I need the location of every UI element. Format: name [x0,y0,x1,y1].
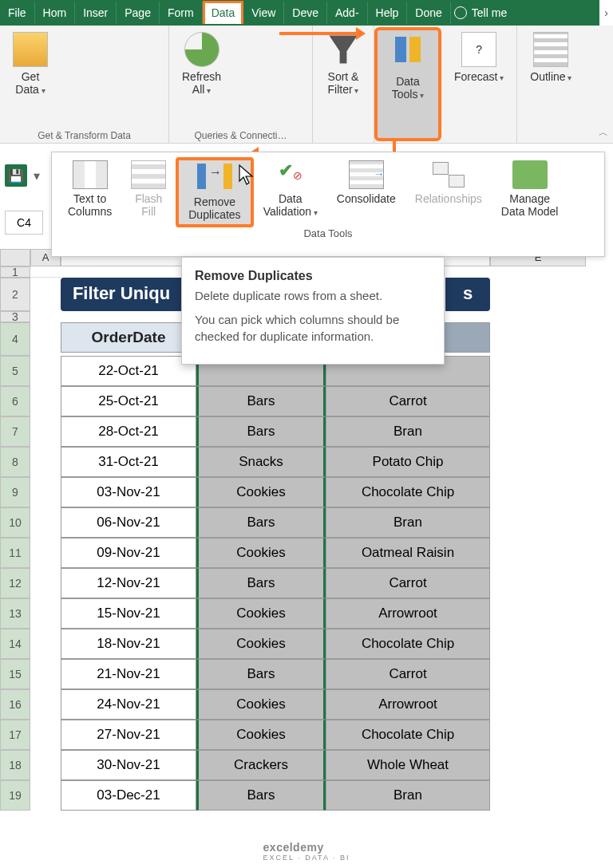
cell-product[interactable]: Bran [326,780,490,811]
cell[interactable] [30,629,61,659]
cell-product[interactable]: Chocolate Chip [326,477,490,507]
cell-category[interactable]: Cookies [196,538,326,568]
cell[interactable] [30,750,61,780]
tabs-overflow-icon[interactable]: › [599,0,613,26]
cell-category[interactable]: Cookies [196,598,326,629]
from-text-icon[interactable] [61,32,78,49]
remove-duplicates-button[interactable]: → Remove Duplicates [176,157,253,227]
cell-category[interactable]: Cookies [196,477,326,507]
cell-product[interactable]: Bran [326,416,490,447]
row-header[interactable]: 6 [0,386,30,416]
row-header[interactable]: 13 [0,598,30,629]
tab-page[interactable]: Page [117,2,160,24]
tab-help[interactable]: Help [368,2,408,24]
text-to-columns-button[interactable]: Text to Columns [58,157,121,227]
select-all-corner[interactable] [0,249,30,266]
cell[interactable] [30,447,61,477]
cell[interactable] [30,416,61,447]
row-header[interactable]: 2 [0,278,30,311]
cell-category[interactable]: Cookies [196,720,326,750]
cell-product[interactable]: Carrot [326,568,490,598]
row-header[interactable]: 9 [0,477,30,507]
cell-category[interactable]: Cookies [196,629,326,659]
cell-category[interactable]: Snacks [196,447,326,477]
refresh-all-button[interactable]: Refresh All [174,29,229,99]
table-header[interactable]: OrderDate [61,322,196,353]
properties-icon[interactable] [229,51,247,69]
cell[interactable] [30,689,61,720]
tab-view[interactable]: View [243,2,284,24]
row-header[interactable]: 5 [0,356,30,386]
cell[interactable] [30,507,61,538]
outline-button[interactable]: Outline [522,29,579,86]
tab-home[interactable]: Hom [35,2,76,24]
row-header[interactable]: 14 [0,629,30,659]
collapse-ribbon-icon[interactable]: ︿ [599,126,608,140]
row-header[interactable]: 16 [0,689,30,720]
queries-icon[interactable] [229,32,247,49]
cell[interactable] [30,568,61,598]
cell-orderdate[interactable]: 12-Nov-21 [61,568,196,598]
row-header[interactable]: 4 [0,322,30,356]
cell-orderdate[interactable]: 31-Oct-21 [61,447,196,477]
row-header[interactable]: 3 [0,311,30,322]
qat-more-icon[interactable]: ▾ [34,168,40,183]
forecast-button[interactable]: ? Forecast [446,29,512,86]
cell[interactable] [30,780,61,811]
cell[interactable] [30,659,61,689]
cell-category[interactable]: Bars [196,507,326,538]
cell[interactable] [30,356,61,386]
consolidate-button[interactable]: Consolidate [327,157,405,227]
cell-orderdate[interactable]: 03-Nov-21 [61,477,196,507]
row-header[interactable]: 11 [0,538,30,568]
cell-product[interactable]: Oatmeal Raisin [326,538,490,568]
cell[interactable] [30,477,61,507]
cell-product[interactable]: Whole Wheat [326,750,490,780]
cell[interactable] [30,386,61,416]
tab-insert[interactable]: Inser [75,2,117,24]
cell-orderdate[interactable]: 24-Nov-21 [61,689,196,720]
tab-addins[interactable]: Add- [327,2,368,24]
cell-orderdate[interactable]: 28-Oct-21 [61,416,196,447]
cell-orderdate[interactable]: 06-Nov-21 [61,507,196,538]
cell[interactable] [30,322,61,356]
cell-category[interactable]: Bars [196,416,326,447]
row-header[interactable]: 8 [0,447,30,477]
cell[interactable] [30,278,61,311]
cell-orderdate[interactable]: 27-Nov-21 [61,720,196,750]
cell-orderdate[interactable]: 03-Dec-21 [61,780,196,811]
row-header[interactable]: 7 [0,416,30,447]
data-tools-button[interactable]: Data Tools [382,34,433,104]
tab-done[interactable]: Done [407,2,450,24]
tab-developer[interactable]: Deve [284,2,327,24]
cell-category[interactable]: Bars [196,659,326,689]
cell-category[interactable]: Bars [196,568,326,598]
row-header[interactable]: 12 [0,568,30,598]
row-header[interactable]: 15 [0,659,30,689]
cell[interactable] [30,266,61,278]
manage-data-model-button[interactable]: Manage Data Model [492,157,568,227]
tab-formulas[interactable]: Form [160,2,203,24]
cell[interactable] [30,311,61,322]
cell-category[interactable]: Bars [196,780,326,811]
edit-links-icon[interactable] [229,70,247,88]
existing-conn-icon[interactable] [83,51,101,69]
cell-product[interactable]: Carrot [326,659,490,689]
cell-product[interactable]: Potato Chip [326,447,490,477]
cell-orderdate[interactable]: 21-Nov-21 [61,659,196,689]
cell-product[interactable]: Chocolate Chip [326,720,490,750]
cell-product[interactable]: Arrowroot [326,598,490,629]
save-icon[interactable]: 💾 [5,164,27,187]
cell-product[interactable]: Carrot [326,386,490,416]
cell-orderdate[interactable]: 22-Oct-21 [61,356,196,386]
from-table-icon[interactable] [61,70,78,88]
tell-me-search[interactable]: Tell me [454,6,507,19]
cell-orderdate[interactable]: 09-Nov-21 [61,538,196,568]
from-web-icon[interactable] [61,51,78,69]
row-header[interactable]: 19 [0,780,30,811]
tab-data[interactable]: Data [203,1,244,24]
cell-category[interactable]: Crackers [196,750,326,780]
recent-sources-icon[interactable] [83,32,101,49]
row-header[interactable]: 1 [0,266,30,278]
name-box[interactable]: C4 [5,211,43,235]
